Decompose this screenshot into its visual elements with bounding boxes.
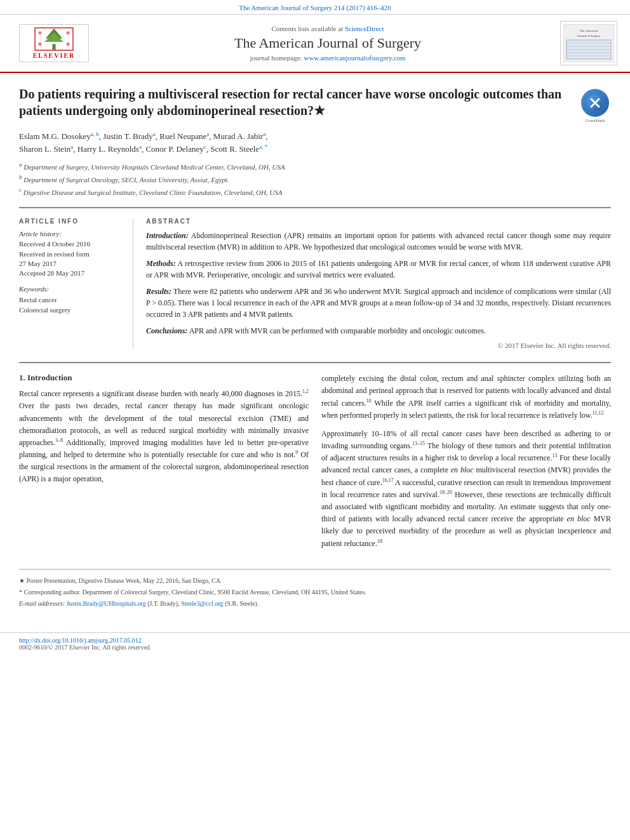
elsevier-logo-area: ELSEVIER [13,24,95,62]
footnotes-area: ★ Poster Presentation, Digestive Disease… [19,569,611,608]
email-2-link[interactable]: Steele3@ccf.org [181,600,224,607]
methods-label: Methods: [146,259,176,268]
article-title-section: Do patients requiring a multivisceral re… [19,86,611,121]
conclusions-text: APR and APR with MVR can be performed wi… [189,326,486,335]
methods-text: A retrospective review from 2006 to 2015… [146,259,611,279]
crossmark-label: CrossMark [585,118,605,123]
homepage-link: journal homepage: www.americanjournalofs… [102,54,554,62]
issn-text: 0002-9610/© 2017 Elsevier Inc. All right… [19,644,151,651]
conclusions-label: Conclusions: [146,326,187,335]
keywords-label: Keywords: [19,285,123,293]
journal-header: ELSEVIER Contents lists available at Sci… [0,15,630,73]
crossmark-circle [581,89,609,117]
affil-a: a Department of Surgery, University Hosp… [19,161,611,172]
history-label: Article history: [19,230,123,237]
elsevier-text: ELSEVIER [33,52,76,59]
abstract-intro: Introduction: Abdominoperineal Resection… [146,230,611,253]
svg-point-4 [38,31,41,34]
journal-title: The American Journal of Surgery [102,35,554,51]
science-direct-link: Contents lists available at ScienceDirec… [102,25,554,32]
journal-citation: The American Journal of Surgery 214 (201… [239,4,391,11]
results-label: Results: [146,287,171,296]
svg-point-5 [66,31,69,34]
svg-text:Journal of Surgery: Journal of Surgery [577,34,601,37]
received-date: Received 4 October 2016 [19,239,123,249]
intro-para-1: Rectal cancer represents a significant d… [19,388,309,486]
keywords-section: Keywords: Rectal cancer Colorectal surge… [19,285,123,316]
top-journal-bar: The American Journal of Surgery 214 (201… [0,0,630,15]
journal-cover-thumb: The American Journal of Surgery [563,24,614,62]
revised-date: 27 May 2017 [19,259,123,269]
article-history: Article history: Received 4 October 2016… [19,230,123,279]
affil-c: c Digestive Disease and Surgical Institu… [19,186,611,197]
article-info-column: ARTICLE INFO Article history: Received 4… [19,218,133,349]
svg-point-7 [66,43,69,46]
crossmark-badge[interactable]: CrossMark [579,89,611,121]
footnote-star1: ★ Poster Presentation, Digestive Disease… [19,576,611,585]
main-content: Do patients requiring a multivisceral re… [0,73,630,623]
svg-point-6 [38,43,41,46]
abstract-conclusions: Conclusions: APR and APR with MVR can be… [146,325,611,337]
thick-divider-2 [19,362,611,363]
abstract-column: ABSTRACT Introduction: Abdominoperineal … [146,218,611,349]
thick-divider [19,207,611,208]
intro-para-3: Approximately 10–18% of all rectal cance… [321,428,611,550]
bottom-bar: http://dx.doi.org/10.1016/j.amjsurg.2017… [0,632,630,655]
intro-label: Introduction: [146,231,189,240]
elsevier-logo: ELSEVIER [19,24,89,62]
journal-header-center: Contents lists available at ScienceDirec… [102,25,554,62]
science-direct-anchor[interactable]: ScienceDirect [345,25,384,32]
intro-heading: 1. Introduction [19,373,309,383]
body-two-col: 1. Introduction Rectal cancer represents… [19,373,611,556]
email-2-name: (S.R. Steele). [225,600,258,607]
article-info-label: ARTICLE INFO [19,218,123,225]
footnote-email: E-mail addresses: Justin.Brady@UHhospita… [19,599,611,608]
email-1-link[interactable]: Justin.Brady@UHhospitals.org [67,600,146,607]
body-right-col: completely excising the distal colon, re… [321,373,611,556]
authors-line: Eslam M.G. Dosokeya, b, Justin T. Bradya… [19,130,611,156]
keyword-1: Rectal cancer [19,295,123,305]
intro-para-2: completely excising the distal colon, re… [321,373,611,422]
article-info-abstract: ARTICLE INFO Article history: Received 4… [19,218,611,349]
abstract-label: ABSTRACT [146,218,611,225]
article-title: Do patients requiring a multivisceral re… [19,86,570,121]
results-text: There were 82 patients who underwent APR… [146,287,611,319]
journal-thumbnail: The American Journal of Surgery [560,21,617,65]
svg-text:The American: The American [580,29,598,32]
affiliations: a Department of Surgery, University Hosp… [19,161,611,197]
intro-text: Abdominoperineal Resection (APR) remains… [146,231,611,251]
abstract-methods: Methods: A retrospective review from 200… [146,258,611,281]
accepted-date: Accepted 28 May 2017 [19,269,123,278]
doi-link[interactable]: http://dx.doi.org/10.1016/j.amjsurg.2017… [19,637,142,644]
body-left-col: 1. Introduction Rectal cancer represents… [19,373,309,556]
keyword-2: Colorectal surgery [19,305,123,316]
email-1-name: (J.T. Brady), [147,600,179,607]
abstract-results: Results: There were 82 patients who unde… [146,286,611,320]
affil-b: b Department of Surgical Oncology, SECI,… [19,173,611,185]
received-revised-label: Received in revised form [19,250,123,259]
page: The American Journal of Surgery 214 (201… [0,0,630,840]
homepage-url[interactable]: www.americanjournalofsurgery.com [304,54,405,62]
footnote-star2: * Corresponding author. Department of Co… [19,587,611,597]
svg-rect-0 [52,44,55,50]
email-label: E-mail addresses: [19,600,65,607]
copyright-text: © 2017 Elsevier Inc. All rights reserved… [146,342,611,349]
